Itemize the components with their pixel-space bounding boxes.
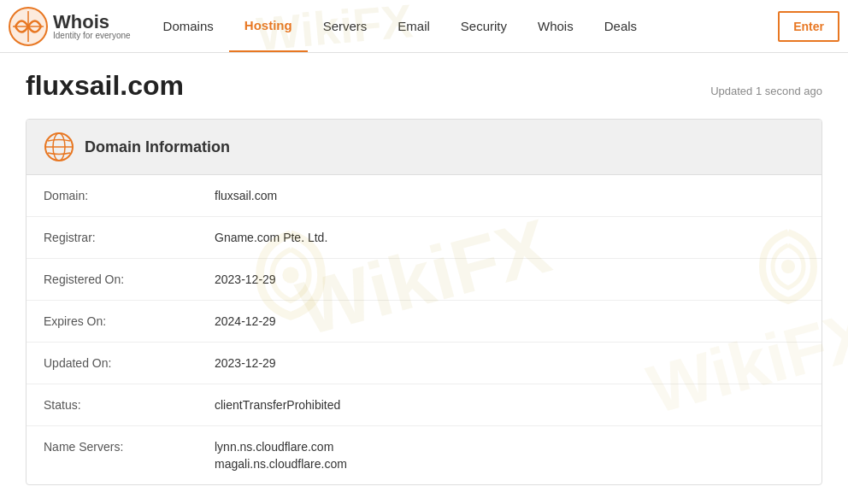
- field-value: clientTransferProhibited: [197, 384, 822, 426]
- logo[interactable]: Whois Identity for everyone: [9, 7, 131, 46]
- table-row: Updated On:2023-12-29: [26, 343, 822, 384]
- table-row: Status:clientTransferProhibited: [26, 384, 822, 426]
- updated-label: Updated 1 second ago: [710, 85, 822, 97]
- field-label: Status:: [26, 384, 197, 426]
- field-label: Expires On:: [26, 301, 197, 343]
- nav-item-security[interactable]: Security: [445, 0, 522, 53]
- nav-item-hosting[interactable]: Hosting: [229, 0, 308, 53]
- table-row: Name Servers:lynn.ns.cloudflare.commagal…: [26, 426, 822, 485]
- nav-item-email[interactable]: Email: [382, 0, 445, 53]
- main-content: WikiFX WikiFX fluxsail.com Updated 1 sec…: [0, 53, 848, 502]
- table-row: Domain:fluxsail.com: [26, 175, 822, 217]
- nav-item-servers[interactable]: Servers: [308, 0, 383, 53]
- field-value: 2024-12-29: [197, 301, 822, 343]
- table-row: Expires On:2024-12-29: [26, 301, 822, 343]
- field-value: fluxsail.com: [197, 175, 822, 217]
- navbar: WikiFX Whois Identity for everyone Domai…: [0, 0, 848, 53]
- field-value: lynn.ns.cloudflare.commagali.ns.cloudfla…: [197, 426, 822, 485]
- info-card: Domain Information Domain:fluxsail.comRe…: [26, 119, 822, 485]
- www-icon: [44, 132, 74, 162]
- nav-item-domains[interactable]: Domains: [148, 0, 229, 53]
- search-button[interactable]: Enter: [778, 11, 839, 42]
- field-value: 2023-12-29: [197, 259, 822, 301]
- nav-item-whois[interactable]: Whois: [522, 0, 589, 53]
- field-value: 2023-12-29: [197, 343, 822, 384]
- nav-links: Domains Hosting Servers Email Security W…: [148, 0, 779, 53]
- logo-tagline: Identity for everyone: [53, 32, 131, 40]
- table-row: Registrar:Gname.com Pte. Ltd.: [26, 217, 822, 259]
- field-value: Gname.com Pte. Ltd.: [197, 217, 822, 259]
- card-title: Domain Information: [85, 138, 230, 156]
- field-label: Registered On:: [26, 259, 197, 301]
- field-label: Name Servers:: [26, 426, 197, 485]
- logo-icon: [9, 7, 48, 46]
- field-label: Domain:: [26, 175, 197, 217]
- table-row: Registered On:2023-12-29: [26, 259, 822, 301]
- domain-title-row: fluxsail.com Updated 1 second ago: [26, 70, 822, 102]
- page-title: fluxsail.com: [26, 70, 184, 102]
- info-table: Domain:fluxsail.comRegistrar:Gname.com P…: [26, 175, 822, 484]
- logo-name: Whois: [53, 13, 131, 32]
- field-label: Registrar:: [26, 217, 197, 259]
- nav-item-deals[interactable]: Deals: [589, 0, 652, 53]
- field-label: Updated On:: [26, 343, 197, 384]
- card-header: Domain Information: [26, 120, 822, 175]
